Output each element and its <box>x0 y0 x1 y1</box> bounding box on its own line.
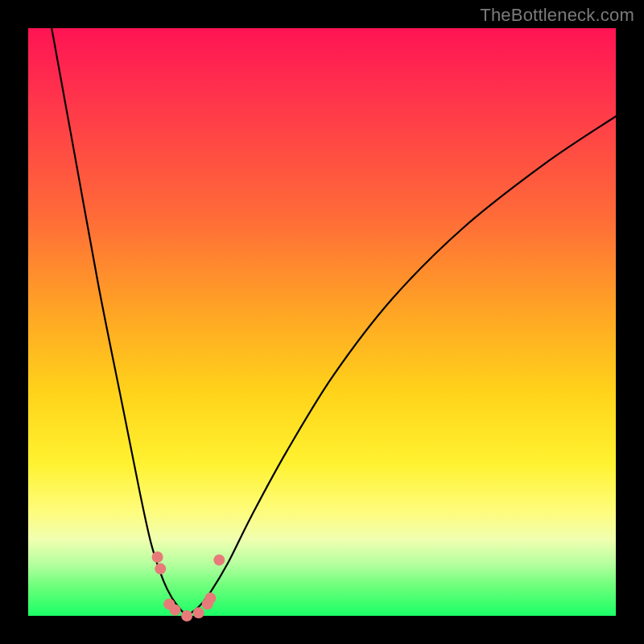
plot-area <box>28 28 616 616</box>
curve-layer <box>28 28 616 616</box>
data-marker <box>204 592 216 604</box>
watermark-text: TheBottleneck.com <box>480 5 634 26</box>
data-marker <box>213 555 225 566</box>
data-marker <box>152 551 163 563</box>
data-marker <box>181 610 192 621</box>
data-marker <box>170 605 181 616</box>
curve-left-branch <box>52 28 187 616</box>
data-marker <box>155 564 166 575</box>
curve-right-branch <box>187 117 616 617</box>
chart-frame: TheBottleneck.com <box>0 0 644 644</box>
data-marker <box>193 607 204 618</box>
